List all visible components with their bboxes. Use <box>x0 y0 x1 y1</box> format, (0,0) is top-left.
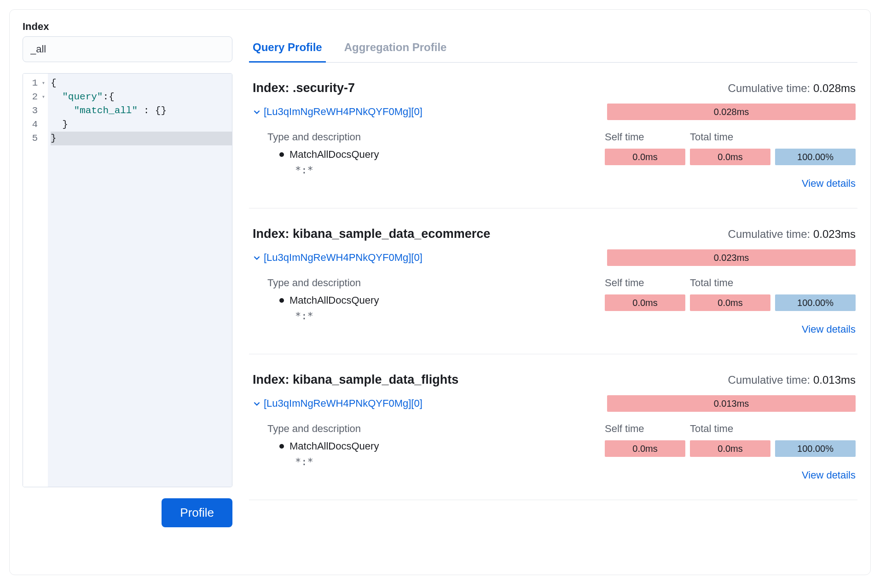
query-row: MatchAllDocsQuery*:* <box>267 149 600 176</box>
fold-toggle-icon[interactable]: ▾ <box>40 76 45 90</box>
result-block: Index: .security-7Cumulative time: 0.028… <box>249 63 857 208</box>
col-type-desc: Type and description <box>267 277 600 289</box>
tabs: Query Profile Aggregation Profile <box>249 41 857 63</box>
fold-toggle-icon[interactable]: ▾ <box>40 90 45 104</box>
time-bar: 0.023ms <box>607 249 856 266</box>
index-label: Index <box>23 21 232 33</box>
view-details-link[interactable]: View details <box>605 322 856 335</box>
chevron-down-icon <box>253 254 261 262</box>
result-block: Index: kibana_sample_data_ecommerceCumul… <box>249 208 857 354</box>
self-time-pill: 0.0ms <box>605 294 685 311</box>
query-description: *:* <box>267 456 600 467</box>
bullet-icon <box>279 298 284 303</box>
percent-pill: 100.00% <box>775 440 856 457</box>
time-bar: 0.028ms <box>607 104 856 120</box>
col-self-time: Self time <box>605 277 685 289</box>
query-description: *:* <box>267 310 600 322</box>
bullet-icon <box>279 152 284 157</box>
percent-pill: 100.00% <box>775 149 856 165</box>
total-time-pill: 0.0ms <box>690 440 770 457</box>
shard-id: [Lu3qImNgReWH4PNkQYF0Mg][0] <box>264 252 423 264</box>
query-row: MatchAllDocsQuery*:* <box>267 294 600 322</box>
shard-toggle[interactable]: [Lu3qImNgReWH4PNkQYF0Mg][0] <box>253 106 423 118</box>
cumulative-time: Cumulative time: 0.013ms <box>728 374 856 386</box>
col-self-time: Self time <box>605 423 685 435</box>
bullet-icon <box>279 444 284 449</box>
code-line[interactable]: } <box>51 132 232 145</box>
code-line[interactable]: } <box>51 118 232 132</box>
query-description: *:* <box>267 164 600 176</box>
left-column: Index 1▾2▾345 { "query":{ "match_all" : … <box>23 21 232 562</box>
index-title: Index: kibana_sample_data_flights <box>253 373 458 387</box>
shard-toggle[interactable]: [Lu3qImNgReWH4PNkQYF0Mg][0] <box>253 398 423 409</box>
self-time-pill: 0.0ms <box>605 440 685 457</box>
index-title: Index: kibana_sample_data_ecommerce <box>253 227 490 241</box>
col-percent <box>775 131 856 143</box>
shard-id: [Lu3qImNgReWH4PNkQYF0Mg][0] <box>264 398 423 409</box>
code-line[interactable]: "match_all" : {} <box>51 104 232 118</box>
cumulative-time: Cumulative time: 0.028ms <box>728 82 856 95</box>
query-type: MatchAllDocsQuery <box>289 294 379 306</box>
code-body[interactable]: { "query":{ "match_all" : {} }} <box>48 74 232 487</box>
shard-id: [Lu3qImNgReWH4PNkQYF0Mg][0] <box>264 106 423 118</box>
view-details-link[interactable]: View details <box>605 176 856 190</box>
chevron-down-icon <box>253 108 261 116</box>
shard-toggle[interactable]: [Lu3qImNgReWH4PNkQYF0Mg][0] <box>253 252 423 264</box>
self-time-pill: 0.0ms <box>605 149 685 165</box>
col-total-time: Total time <box>690 131 770 143</box>
profile-button[interactable]: Profile <box>162 498 232 527</box>
view-details-link[interactable]: View details <box>605 467 856 481</box>
total-time-pill: 0.0ms <box>690 149 770 165</box>
tab-query-profile[interactable]: Query Profile <box>252 41 323 62</box>
query-type: MatchAllDocsQuery <box>289 149 379 161</box>
cumulative-time: Cumulative time: 0.023ms <box>728 228 856 241</box>
code-line[interactable]: { <box>51 76 232 90</box>
right-column: Query Profile Aggregation Profile Index:… <box>249 21 857 562</box>
percent-pill: 100.00% <box>775 294 856 311</box>
search-profiler-panel: Index 1▾2▾345 { "query":{ "match_all" : … <box>9 9 871 575</box>
tab-aggregation-profile[interactable]: Aggregation Profile <box>343 41 448 62</box>
col-self-time: Self time <box>605 131 685 143</box>
query-row: MatchAllDocsQuery*:* <box>267 440 600 467</box>
col-percent <box>775 277 856 289</box>
col-percent <box>775 423 856 435</box>
code-gutter: 1▾2▾345 <box>23 74 48 487</box>
col-total-time: Total time <box>690 423 770 435</box>
code-line[interactable]: "query":{ <box>51 90 232 104</box>
col-type-desc: Type and description <box>267 131 600 143</box>
col-type-desc: Type and description <box>267 423 600 435</box>
query-type: MatchAllDocsQuery <box>289 440 379 452</box>
result-block: Index: kibana_sample_data_flightsCumulat… <box>249 354 857 500</box>
chevron-down-icon <box>253 399 261 408</box>
index-input[interactable] <box>23 36 232 62</box>
code-editor[interactable]: 1▾2▾345 { "query":{ "match_all" : {} }} <box>23 73 232 487</box>
total-time-pill: 0.0ms <box>690 294 770 311</box>
time-bar: 0.013ms <box>607 395 856 412</box>
index-title: Index: .security-7 <box>253 81 355 95</box>
results-list: Index: .security-7Cumulative time: 0.028… <box>249 63 857 500</box>
col-total-time: Total time <box>690 277 770 289</box>
